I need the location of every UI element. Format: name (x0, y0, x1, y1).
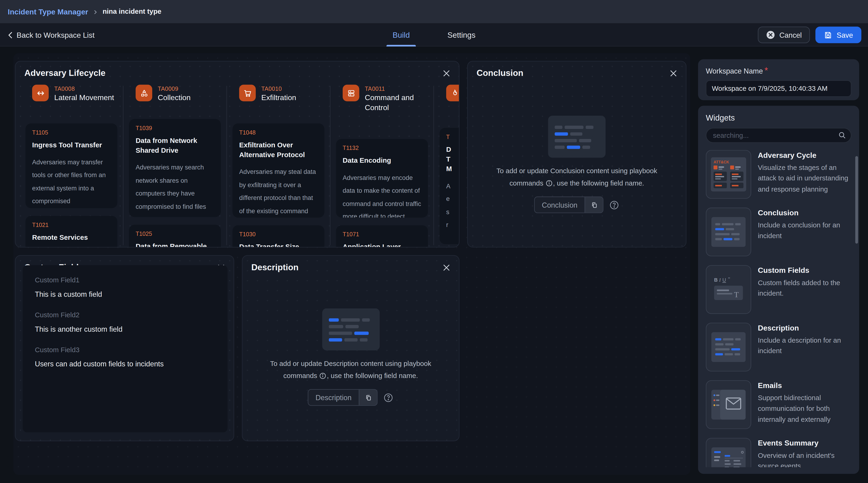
tactic-name: Collection (158, 93, 191, 103)
field-name-label: Conclusion (535, 197, 585, 213)
technique-title: Exfiltration Over Alternative Protocol (239, 141, 318, 160)
widget-list-item[interactable]: EmailsSupport bidirectional communicatio… (706, 380, 851, 429)
svg-text:ATT&CK: ATT&CK (713, 160, 729, 164)
tactic-code: TA0011 (365, 85, 429, 92)
widget-thumbnail-events (706, 438, 751, 467)
custom-field-group: Custom Field1This is a custom field (35, 276, 215, 298)
technique-card[interactable]: T1048Exfiltration Over Alternative Proto… (232, 123, 324, 217)
widget-list-item[interactable]: Events SummaryOverview of an incident's … (706, 438, 851, 467)
custom-field-value: This is another custom field (35, 325, 215, 333)
save-icon (824, 31, 832, 39)
tab-build[interactable]: Build (386, 23, 416, 47)
back-label: Back to Workspace List (17, 31, 94, 39)
technique-description: Adversaries may search network shares on… (136, 161, 214, 217)
breadcrumb-app-link[interactable]: Incident Type Manager (8, 7, 88, 16)
technique-card[interactable]: T1021Remote ServicesAdversaries may use … (25, 216, 117, 247)
widget-description: Support bidirectional communication for … (758, 393, 851, 425)
widget-description: Include a description for an incident (758, 335, 851, 357)
widgets-scrollbar-thumb[interactable] (855, 156, 858, 244)
widget-thumbnail-custom-fields: BIU”T (706, 265, 751, 314)
technique-card[interactable]: T1025Data from Removable Media (129, 225, 221, 248)
adversary-panel-body: TA0008Lateral MovementT1105Ingress Tool … (16, 61, 459, 247)
tactic-code: TA0008 (54, 85, 114, 92)
tactic-code: TA0010 (261, 85, 296, 92)
technique-code: T1025 (136, 230, 214, 237)
custom-fields-card: Custom Field1This is a custom fieldCusto… (23, 265, 228, 432)
widget-name: Custom Fields (758, 266, 851, 275)
tactic-code: TA0009 (158, 85, 191, 92)
widget-name: Events Summary (758, 439, 851, 447)
tactic-column-divider (433, 86, 434, 245)
custom-field-group: Custom Field3Users can add custom fields… (35, 346, 215, 368)
info-icon[interactable] (319, 372, 327, 379)
copy-button[interactable] (359, 390, 377, 405)
tactic-column-divider (226, 86, 227, 245)
technique-card[interactable]: T1132Data EncodingAdversaries may encode… (336, 139, 428, 218)
header-actions: Cancel Save (758, 27, 861, 43)
tactic-name: Command and Control (365, 93, 429, 113)
chevron-left-icon (8, 31, 12, 38)
technique-card[interactable]: T1030Data Transfer Size Limits (232, 225, 324, 247)
workspace-canvas: Adversary Lifecycle TA0008Lateral Moveme… (13, 53, 690, 475)
widget-list-item[interactable]: DescriptionInclude a description for an … (706, 323, 851, 371)
svg-text:T: T (734, 290, 739, 299)
svg-text:”: ” (728, 276, 730, 282)
help-icon[interactable] (383, 392, 394, 403)
rich-text-placeholder-illustration (322, 308, 379, 351)
svg-text:B: B (714, 277, 718, 283)
widget-name: Conclusion (758, 209, 851, 217)
info-icon[interactable] (546, 180, 553, 187)
back-to-workspace-list-link[interactable]: Back to Workspace List (8, 23, 94, 47)
widget-description: Visualize the stages of an attack to aid… (758, 163, 851, 195)
technique-description: A e s r (446, 180, 460, 232)
field-name-chip: Conclusion (534, 197, 603, 213)
command-control-icon (343, 85, 359, 101)
breadcrumb-current: nina incident type (103, 8, 161, 16)
widget-search-input[interactable] (706, 128, 851, 143)
description-instructions: To add or update Description content usi… (258, 358, 444, 383)
technique-code: T1071 (343, 231, 421, 238)
search-icon (838, 131, 846, 139)
breadcrumb: Incident Type Manager nina incident type (0, 0, 868, 23)
widget-list: ATT&CKAdversary CycleVisualize the stage… (706, 150, 851, 467)
tab-settings[interactable]: Settings (441, 23, 482, 47)
save-button[interactable]: Save (816, 27, 862, 43)
description-field-row: Description (243, 389, 459, 406)
close-icon[interactable] (668, 68, 678, 78)
technique-card[interactable]: T1105Ingress Tool TransferAdversaries ma… (25, 123, 117, 208)
widget-list-item[interactable]: ATT&CKAdversary CycleVisualize the stage… (706, 150, 851, 199)
widget-description: Include a conclusion for an incident (758, 220, 851, 242)
close-icon[interactable] (441, 262, 451, 272)
widget-thumbnail-emails (706, 380, 751, 429)
custom-field-label: Custom Field2 (35, 311, 215, 319)
custom-field-value: Users can add custom fields to incidents (35, 360, 215, 368)
technique-card[interactable]: T1071Application Layer Protocol (336, 225, 428, 247)
technique-code: T1039 (136, 124, 214, 131)
adversary-lifecycle-panel: Adversary Lifecycle TA0008Lateral Moveme… (15, 61, 460, 247)
technique-card[interactable]: T1039Data from Network Shared DriveAdver… (129, 119, 221, 217)
technique-code: T1030 (239, 231, 318, 238)
tactic-column-divider (123, 86, 123, 245)
technique-card[interactable]: TD T MA e s r (439, 128, 460, 244)
lateral-movement-icon (32, 85, 49, 101)
widget-list-item[interactable]: BIU”TCustom FieldsCustom fields added to… (706, 265, 851, 314)
tab-bar: Build Settings (386, 23, 482, 47)
technique-title: Ingress Tool Transfer (32, 141, 111, 150)
svg-text:U: U (722, 277, 726, 283)
chevron-right-icon (93, 9, 98, 15)
technique-description: Adversaries may steal data by exfiltrati… (239, 165, 318, 218)
description-panel-title: Description (251, 262, 299, 272)
field-name-chip: Description (308, 389, 377, 406)
widget-name: Adversary Cycle (758, 151, 851, 159)
copy-button[interactable] (585, 197, 603, 213)
svg-text:I: I (719, 277, 721, 283)
widget-list-item[interactable]: ConclusionInclude a conclusion for an in… (706, 208, 851, 256)
custom-field-group: Custom Field2This is another custom fiel… (35, 311, 215, 333)
tactic-column-divider (330, 86, 330, 245)
help-icon[interactable] (609, 200, 619, 210)
rich-text-placeholder-illustration (548, 116, 606, 158)
cancel-button[interactable]: Cancel (758, 27, 810, 43)
custom-field-label: Custom Field3 (35, 346, 215, 354)
custom-field-value: This is a custom field (35, 290, 215, 298)
workspace-name-input[interactable] (706, 80, 851, 97)
